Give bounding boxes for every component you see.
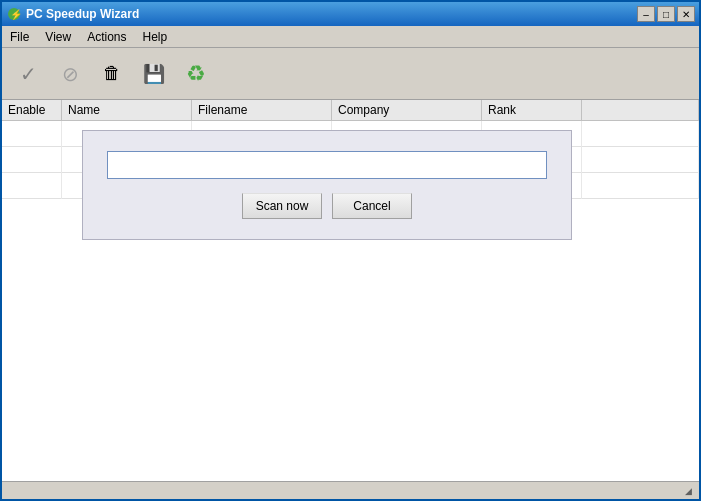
resize-corner: ◢: [681, 484, 695, 498]
main-window: ⚡ PC Speedup Wizard – □ ✕ File View Acti…: [0, 0, 701, 501]
disable-button[interactable]: [50, 54, 90, 94]
check-icon: [20, 62, 37, 86]
title-bar-controls: – □ ✕: [637, 6, 695, 22]
close-button[interactable]: ✕: [677, 6, 695, 22]
col-name: Name: [62, 100, 192, 120]
menu-bar: File View Actions Help: [2, 26, 699, 48]
save-button[interactable]: [134, 54, 174, 94]
col-filename: Filename: [192, 100, 332, 120]
cancel-button[interactable]: Cancel: [332, 193, 412, 219]
cell: [2, 173, 62, 199]
col-company: Company: [332, 100, 482, 120]
content-area: Enable Name Filename Company Rank: [2, 100, 699, 481]
col-extra: [582, 100, 699, 120]
scan-input[interactable]: [107, 151, 547, 179]
status-bar: ◢: [2, 481, 699, 499]
scan-dialog: Scan now Cancel: [82, 130, 572, 240]
cell: [582, 147, 699, 173]
toolbar: [2, 48, 699, 100]
title-bar: ⚡ PC Speedup Wizard – □ ✕: [2, 2, 699, 26]
menu-actions[interactable]: Actions: [79, 28, 134, 46]
recycle-icon: [186, 61, 206, 87]
menu-help[interactable]: Help: [135, 28, 176, 46]
cell: [582, 121, 699, 147]
cell: [2, 121, 62, 147]
table-header: Enable Name Filename Company Rank: [2, 100, 699, 121]
cell: [2, 147, 62, 173]
window-title: PC Speedup Wizard: [26, 7, 139, 21]
delete-button[interactable]: [92, 54, 132, 94]
app-icon: ⚡: [6, 6, 22, 22]
cell: [582, 173, 699, 199]
save-icon: [143, 63, 165, 85]
recycle-button[interactable]: [176, 54, 216, 94]
scan-now-button[interactable]: Scan now: [242, 193, 322, 219]
maximize-button[interactable]: □: [657, 6, 675, 22]
menu-file[interactable]: File: [2, 28, 37, 46]
minimize-button[interactable]: –: [637, 6, 655, 22]
dialog-buttons: Scan now Cancel: [242, 193, 412, 219]
menu-view[interactable]: View: [37, 28, 79, 46]
col-enable: Enable: [2, 100, 62, 120]
trash-icon: [103, 63, 121, 84]
col-rank: Rank: [482, 100, 582, 120]
svg-text:⚡: ⚡: [10, 8, 22, 21]
title-bar-left: ⚡ PC Speedup Wizard: [6, 6, 139, 22]
enable-button[interactable]: [8, 54, 48, 94]
cancel-icon: [62, 62, 79, 86]
